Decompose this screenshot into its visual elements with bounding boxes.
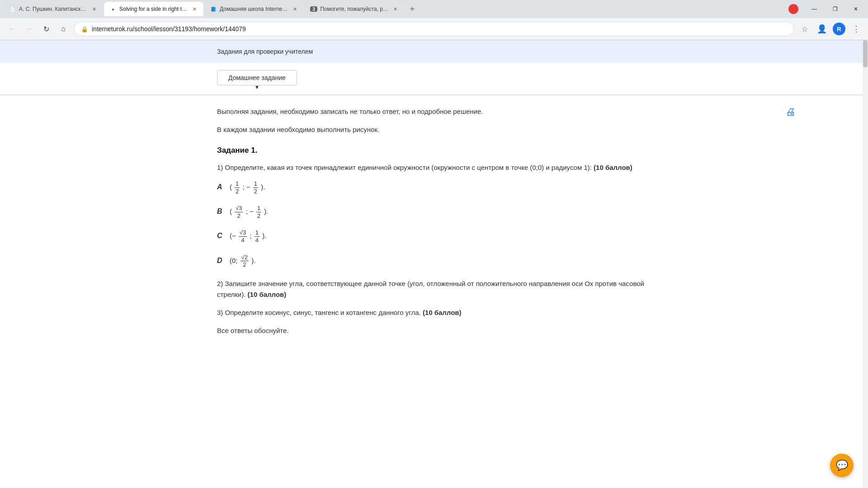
minimize-button[interactable]: — bbox=[804, 2, 825, 16]
address-text: interneturok.ru/school/lesson/31193/home… bbox=[92, 25, 246, 33]
tab-2-close[interactable]: ✕ bbox=[191, 5, 198, 13]
back-button[interactable]: ← bbox=[5, 23, 18, 35]
tab-4-title: Помогите, пожалуйста, решит... bbox=[320, 6, 389, 12]
option-c-math: (− √3 4 ; 1 4 ). bbox=[226, 229, 267, 244]
new-tab-button[interactable]: + bbox=[405, 2, 420, 16]
option-b: B ( √3 2 ; − 1 2 ). bbox=[217, 205, 651, 219]
option-a: A ( 1 2 ; − 1 2 ). bbox=[217, 180, 651, 195]
maximize-button[interactable]: ❐ bbox=[825, 2, 845, 16]
option-d-math: (0; √2 2 ). bbox=[226, 254, 256, 268]
task3-points: (10 баллов) bbox=[423, 309, 462, 316]
option-c-letter: C bbox=[217, 232, 222, 240]
window-controls: — ❐ ✕ bbox=[783, 0, 868, 18]
task2-points: (10 баллов) bbox=[248, 291, 287, 298]
option-b-math: ( √3 2 ; − 1 2 ). bbox=[226, 205, 269, 219]
tab-2[interactable]: ● Solving for a side in right triangl...… bbox=[104, 2, 203, 16]
bookmark-button[interactable]: ☆ bbox=[798, 23, 811, 35]
recording-indicator bbox=[783, 2, 804, 16]
tab-4-close[interactable]: ✕ bbox=[392, 5, 399, 13]
instruction-2: В каждом задании необходимо выполнить ри… bbox=[217, 124, 651, 135]
task2-text: 2) Запишите значение угла, соответствующ… bbox=[217, 278, 651, 300]
task-heading: Задание 1. bbox=[217, 146, 651, 155]
tab-3-close[interactable]: ✕ bbox=[291, 5, 298, 13]
option-a-letter: A bbox=[217, 183, 222, 191]
account-button[interactable]: R bbox=[833, 23, 845, 35]
option-d-letter: D bbox=[217, 257, 222, 265]
task1-points: (10 баллов) bbox=[594, 164, 632, 171]
option-b-letter: B bbox=[217, 207, 222, 216]
all-answers-text: Все ответы обоснуйте. bbox=[217, 325, 651, 336]
menu-button[interactable]: ⋮ bbox=[850, 23, 863, 35]
option-c: C (− √3 4 ; 1 4 ). bbox=[217, 229, 651, 244]
scrollbar[interactable] bbox=[863, 40, 868, 488]
option-d: D (0; √2 2 ). bbox=[217, 254, 651, 268]
task1-text: 1) Определите, какая из точек принадлежи… bbox=[217, 162, 651, 173]
tab-1-close[interactable]: ✕ bbox=[90, 5, 98, 13]
main-content-area: 🖨 Выполняя задания, необходимо записать … bbox=[0, 95, 868, 354]
address-bar-row: ← → ↻ ⌂ 🔒 interneturok.ru/school/lesson/… bbox=[0, 18, 868, 40]
close-button[interactable]: ✕ bbox=[845, 2, 866, 16]
tab-1[interactable]: 📄 А. С. Пушкин. Капитанская доч... ✕ bbox=[4, 2, 103, 16]
option-a-math: ( 1 2 ; − 1 2 ). bbox=[226, 180, 265, 195]
tab-2-title: Solving for a side in right triangl... bbox=[119, 6, 188, 12]
tab-4-badge: 3 bbox=[310, 6, 317, 12]
tab-3[interactable]: 📘 Домашняя школа InternetUrok... ✕ bbox=[204, 2, 304, 16]
tab-4[interactable]: 3 Помогите, пожалуйста, решит... ✕ bbox=[305, 2, 404, 16]
instruction-1: Выполняя задания, необходимо записать не… bbox=[217, 106, 651, 117]
chat-button[interactable]: 💬 bbox=[830, 454, 854, 477]
tab-1-title: А. С. Пушкин. Капитанская доч... bbox=[19, 6, 88, 12]
homework-tabs-area: Домашнее задание ▼ bbox=[0, 63, 868, 95]
tab-2-favicon: ● bbox=[109, 5, 117, 13]
chevron-down-icon: ▼ bbox=[254, 84, 259, 90]
scrollbar-thumb[interactable] bbox=[863, 40, 868, 67]
recording-dot bbox=[788, 4, 798, 14]
task3-text: 3) Определите косинус, синус, тангенс и … bbox=[217, 307, 651, 318]
tab-3-favicon: 📘 bbox=[210, 5, 217, 13]
tab-bar: 📄 А. С. Пушкин. Капитанская доч... ✕ ● S… bbox=[0, 0, 868, 18]
print-button[interactable]: 🖨 bbox=[786, 106, 796, 118]
lock-icon: 🔒 bbox=[81, 26, 88, 33]
homework-tab-label: Домашнее задание bbox=[228, 74, 286, 81]
profile-icon[interactable]: 👤 bbox=[816, 23, 828, 35]
reload-button[interactable]: ↻ bbox=[40, 23, 52, 35]
page-content: Задания для проверки учителем Домашнее з… bbox=[0, 40, 868, 488]
tab-1-favicon: 📄 bbox=[9, 5, 16, 13]
homework-tab-button[interactable]: Домашнее задание ▼ bbox=[217, 70, 297, 85]
forward-button[interactable]: → bbox=[23, 23, 35, 35]
home-button[interactable]: ⌂ bbox=[57, 23, 70, 35]
browser-chrome: 📄 А. С. Пушкин. Капитанская доч... ✕ ● S… bbox=[0, 0, 868, 40]
header-band: Задания для проверки учителем bbox=[0, 40, 868, 63]
address-bar[interactable]: 🔒 interneturok.ru/school/lesson/31193/ho… bbox=[74, 22, 794, 36]
header-band-text: Задания для проверки учителем bbox=[217, 48, 313, 55]
tab-3-title: Домашняя школа InternetUrok... bbox=[220, 6, 288, 12]
